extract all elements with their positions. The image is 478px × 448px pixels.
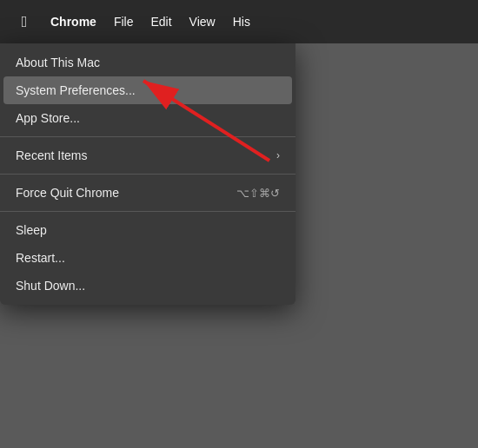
menubar-file[interactable]: File (105, 0, 143, 43)
menu-item-force-quit-label: Force Quit Chrome (16, 186, 236, 200)
force-quit-shortcut: ⌥⇧⌘↺ (236, 187, 280, 200)
menubar:  Chrome File Edit View His (0, 0, 478, 43)
apple-dropdown-menu: About This Mac System Preferences... App… (0, 43, 295, 305)
separator-3 (0, 211, 295, 212)
menu-item-force-quit[interactable]: Force Quit Chrome ⌥⇧⌘↺ (0, 179, 295, 207)
menu-item-app-store[interactable]: App Store... (0, 104, 295, 132)
menu-item-restart-label: Restart... (16, 251, 280, 265)
menu-item-sleep[interactable]: Sleep (0, 216, 295, 244)
chevron-right-icon: › (276, 149, 280, 161)
menu-item-recent-items-label: Recent Items (16, 148, 276, 162)
menubar-history[interactable]: His (224, 0, 259, 43)
menubar-view[interactable]: View (181, 0, 224, 43)
menu-item-app-store-label: App Store... (16, 111, 280, 125)
menu-item-system-preferences[interactable]: System Preferences... (3, 76, 292, 104)
menu-item-recent-items[interactable]: Recent Items › (0, 142, 295, 169)
menu-item-restart[interactable]: Restart... (0, 244, 295, 272)
menu-item-system-preferences-label: System Preferences... (16, 83, 280, 97)
menu-item-about[interactable]: About This Mac (0, 49, 295, 76)
menu-item-shutdown-label: Shut Down... (16, 279, 280, 293)
menu-item-about-label: About This Mac (16, 56, 280, 69)
menubar-chrome[interactable]: Chrome (42, 0, 105, 43)
separator-1 (0, 136, 295, 137)
menu-item-sleep-label: Sleep (16, 223, 280, 237)
menu-item-shutdown[interactable]: Shut Down... (0, 272, 295, 300)
menubar-edit[interactable]: Edit (142, 0, 180, 43)
separator-2 (0, 174, 295, 175)
apple-menu-button[interactable]:  (7, 0, 42, 43)
